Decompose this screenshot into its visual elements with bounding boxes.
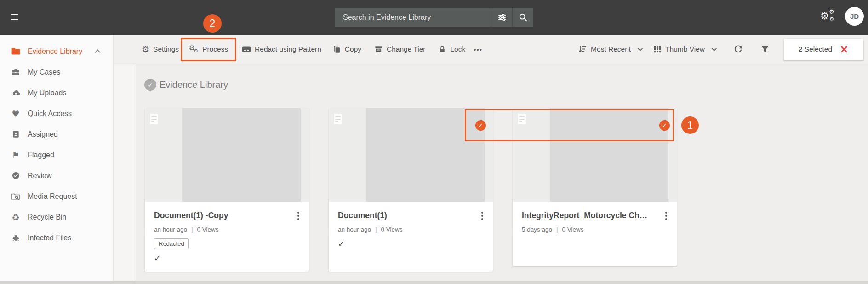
lock-label: Lock bbox=[450, 45, 465, 53]
evidence-card[interactable]: ✓ Document(1) an hour ago | 0 Views ✓ bbox=[329, 108, 493, 272]
evidence-card[interactable]: Document(1) -Copy an hour ago | 0 Views … bbox=[145, 108, 309, 272]
card-meta: 5 days ago | 0 Views bbox=[522, 226, 668, 233]
card-time: an hour ago bbox=[154, 226, 187, 233]
card-thumbnail[interactable] bbox=[145, 108, 309, 202]
gear-icon: ⚙ bbox=[142, 44, 149, 54]
refresh-icon[interactable] bbox=[733, 44, 743, 55]
sidebar-item-label: Media Request bbox=[28, 192, 77, 201]
document-file-icon bbox=[150, 114, 158, 124]
cloud-upload-icon bbox=[11, 88, 21, 98]
document-file-icon bbox=[334, 114, 342, 124]
heart-icon: ♥ bbox=[11, 109, 21, 119]
card-thumbnail[interactable]: ✓ bbox=[513, 108, 677, 202]
settings-label: Settings bbox=[153, 45, 179, 53]
settings-button[interactable]: ⚙ Settings bbox=[142, 44, 179, 54]
sort-dropdown[interactable]: Most Recent bbox=[578, 45, 641, 54]
gear-icon: ⚙ bbox=[820, 11, 829, 21]
archive-tray-icon bbox=[374, 45, 383, 54]
card-views: 0 Views bbox=[562, 226, 584, 233]
thumbnail-placeholder bbox=[366, 108, 485, 202]
thumbnail-placeholder bbox=[182, 108, 301, 202]
toolbar-right-group: Most Recent Thumb View bbox=[578, 39, 863, 60]
annotation-step-2-badge: 2 bbox=[203, 14, 222, 33]
selected-count-label: 2 Selected bbox=[799, 45, 832, 53]
process-gears-icon: ⚙ ⚙ bbox=[189, 45, 199, 54]
search-icon[interactable] bbox=[512, 8, 533, 27]
sidebar-item-label: Quick Access bbox=[28, 110, 72, 118]
selected-check-icon[interactable]: ✓ bbox=[475, 120, 486, 131]
kebab-menu-icon[interactable] bbox=[480, 212, 485, 221]
document-file-icon bbox=[518, 114, 526, 124]
more-actions-button[interactable]: ••• bbox=[474, 46, 482, 53]
sidebar-item-label: Infected Files bbox=[28, 234, 71, 242]
grid-view-icon bbox=[653, 45, 662, 53]
sidebar-item-label: Recycle Bin bbox=[28, 213, 66, 221]
sidebar-item-my-uploads[interactable]: My Uploads bbox=[0, 82, 113, 103]
admin-settings-gears-icon[interactable]: ⚙ ⚙ ⚙ bbox=[820, 10, 837, 25]
sidebar-item-label: Review bbox=[28, 172, 51, 180]
action-toolbar: ⚙ Settings ⚙ ⚙ Process Redact using Patt… bbox=[114, 35, 868, 64]
change-tier-button[interactable]: Change Tier bbox=[374, 45, 425, 54]
lock-button[interactable]: Lock bbox=[438, 45, 465, 53]
processed-check-icon: ✓ bbox=[338, 239, 485, 249]
view-mode-label: Thumb View bbox=[665, 45, 705, 53]
filter-funnel-icon[interactable] bbox=[760, 44, 770, 54]
kebab-menu-icon[interactable] bbox=[296, 212, 301, 221]
sidebar-item-assigned[interactable]: Assigned bbox=[0, 124, 113, 145]
user-avatar[interactable]: JD bbox=[845, 7, 864, 26]
lock-icon bbox=[438, 45, 446, 53]
card-body: IntegrityReport_Motorcycle Ch… 5 days ag… bbox=[513, 202, 677, 233]
meta-separator: | bbox=[191, 226, 193, 233]
sidebar-item-my-cases[interactable]: My Cases bbox=[0, 62, 113, 82]
check-circle-icon bbox=[11, 171, 21, 181]
card-time: 5 days ago bbox=[522, 226, 552, 233]
clear-selection-close-icon[interactable]: × bbox=[839, 45, 849, 54]
copy-label: Copy bbox=[345, 45, 361, 53]
bug-icon bbox=[11, 233, 21, 243]
processed-check-icon: ✓ bbox=[154, 254, 301, 263]
sidebar-nav: Evidence Library My Cases My Uploads bbox=[0, 35, 114, 281]
sidebar-item-label: Evidence Library bbox=[28, 47, 82, 56]
badge-icon bbox=[11, 129, 21, 139]
flag-icon: ⚑ bbox=[11, 150, 21, 160]
sidebar-item-label: My Uploads bbox=[28, 89, 66, 97]
page-title: Evidence Library bbox=[160, 80, 228, 90]
card-title: Document(1) bbox=[338, 211, 475, 220]
search-filter-tune-icon[interactable] bbox=[491, 8, 512, 27]
chevron-down-icon bbox=[638, 46, 643, 51]
selected-check-icon[interactable]: ✓ bbox=[659, 120, 670, 131]
annotation-step-1-badge: 1 bbox=[681, 116, 699, 134]
sidebar-item-label: My Cases bbox=[28, 68, 60, 76]
evidence-card[interactable]: ✓ IntegrityReport_Motorcycle Ch… 5 days … bbox=[513, 108, 677, 266]
copy-button[interactable]: Copy bbox=[332, 45, 361, 54]
sidebar-item-label: Flagged bbox=[28, 151, 54, 159]
process-label: Process bbox=[202, 45, 228, 53]
sidebar-item-flagged[interactable]: ⚑ Flagged bbox=[0, 145, 113, 165]
chevron-up-icon[interactable] bbox=[95, 49, 101, 55]
selection-count-box: 2 Selected × bbox=[784, 39, 863, 60]
top-bar: ⚙ ⚙ ⚙ JD bbox=[0, 0, 868, 35]
sidebar-item-review[interactable]: Review bbox=[0, 165, 113, 186]
gear-icon: ⚙ bbox=[829, 9, 834, 15]
sidebar-item-media-request[interactable]: Media Request bbox=[0, 186, 113, 207]
card-thumbnail[interactable]: ✓ bbox=[329, 108, 493, 202]
card-views: 0 Views bbox=[381, 226, 403, 233]
sidebar-item-infected-files[interactable]: Infected Files bbox=[0, 227, 113, 248]
card-title: IntegrityReport_Motorcycle Ch… bbox=[522, 211, 659, 220]
process-button[interactable]: ⚙ ⚙ Process bbox=[181, 38, 236, 61]
copy-icon bbox=[332, 45, 341, 54]
page-heading: ✓ Evidence Library bbox=[144, 79, 228, 91]
sidebar-item-label: Assigned bbox=[28, 130, 58, 139]
view-mode-dropdown[interactable]: Thumb View bbox=[653, 45, 715, 53]
sidebar-item-recycle-bin[interactable]: ♻ Recycle Bin bbox=[0, 207, 113, 227]
evidence-card-grid: Document(1) -Copy an hour ago | 0 Views … bbox=[145, 108, 677, 272]
sidebar-item-evidence-library[interactable]: Evidence Library bbox=[0, 41, 113, 62]
hamburger-menu-icon[interactable] bbox=[11, 14, 18, 21]
kebab-menu-icon[interactable] bbox=[664, 212, 668, 221]
search-bar bbox=[335, 8, 533, 27]
horizontal-scrollbar[interactable] bbox=[0, 281, 868, 284]
search-input[interactable] bbox=[335, 8, 491, 27]
sidebar-item-quick-access[interactable]: ♥ Quick Access bbox=[0, 103, 113, 124]
redact-using-pattern-button[interactable]: Redact using Pattern bbox=[242, 45, 321, 54]
sort-label: Most Recent bbox=[591, 45, 631, 53]
